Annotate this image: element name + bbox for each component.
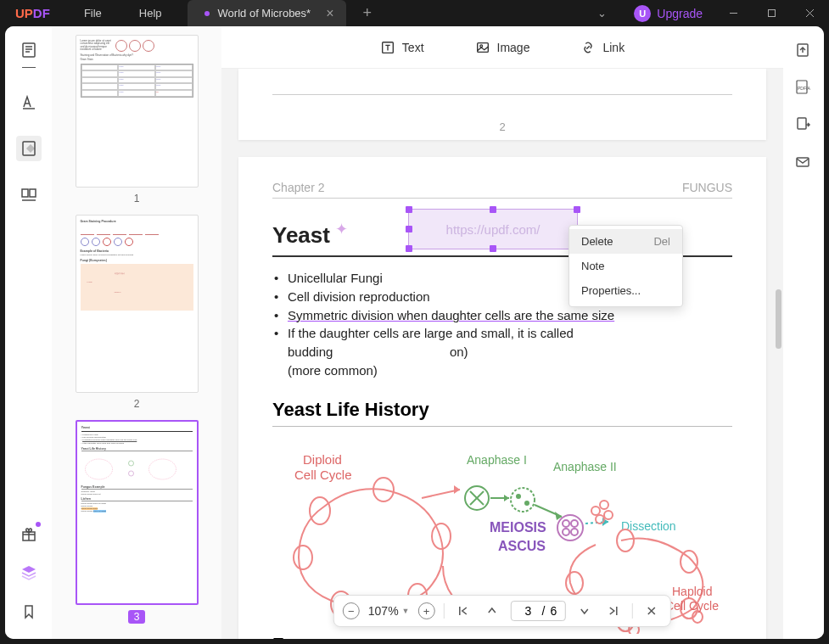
- zoom-level-display[interactable]: 107%▼: [368, 604, 410, 618]
- tab-title: World of Microbes*: [218, 7, 311, 20]
- app-logo: UPDF: [0, 6, 65, 20]
- svg-point-55: [600, 501, 608, 509]
- context-menu-note[interactable]: Note: [569, 254, 682, 278]
- current-page-field[interactable]: [520, 604, 537, 618]
- vertical-scrollbar[interactable]: [776, 289, 781, 349]
- shortcut-label: Del: [653, 235, 670, 248]
- resize-handle-icon[interactable]: [490, 245, 496, 252]
- page-scroll-area[interactable]: 2 Chapter 2 FUNGUS Yeast ✦ https://updf.…: [221, 69, 783, 639]
- page-number-input[interactable]: / 6: [511, 601, 567, 621]
- new-tab-button[interactable]: +: [346, 4, 389, 22]
- zoom-in-button[interactable]: +: [418, 602, 435, 619]
- resize-handle-icon[interactable]: [406, 245, 412, 252]
- previous-page-tail: 2: [238, 69, 766, 140]
- resize-handle-icon[interactable]: [406, 226, 412, 232]
- svg-point-54: [591, 507, 600, 515]
- page-footer-number: 2: [272, 120, 732, 133]
- close-bar-button[interactable]: [641, 601, 662, 621]
- menu-file[interactable]: File: [65, 7, 120, 20]
- prev-page-button[interactable]: [482, 601, 502, 621]
- export-icon[interactable]: [794, 42, 813, 60]
- thumbnail-page-2[interactable]: Gram Staining Procedure Example of Bacte…: [76, 215, 199, 393]
- pdfa-icon[interactable]: PDF/A: [794, 79, 813, 98]
- layers-icon[interactable]: [19, 563, 39, 583]
- zoom-out-button[interactable]: −: [343, 602, 360, 619]
- app-body: Lorem ipsum dolor sit amet consectetur a…: [5, 26, 824, 639]
- edit-link-label: Link: [602, 41, 625, 54]
- upgrade-badge-icon: U: [634, 5, 651, 22]
- resize-handle-icon[interactable]: [574, 206, 580, 213]
- page-chapter: Chapter 2: [272, 181, 324, 194]
- svg-text:Haploid: Haploid: [672, 585, 712, 598]
- page-topic: FUNGUS: [682, 181, 732, 194]
- window-maximize-button[interactable]: [753, 0, 791, 26]
- organize-icon[interactable]: [19, 185, 39, 205]
- svg-text:Cell Cycle: Cell Cycle: [665, 599, 719, 613]
- upgrade-button[interactable]: U Upgrade: [622, 5, 714, 22]
- svg-marker-33: [454, 485, 460, 494]
- svg-rect-4: [23, 43, 35, 57]
- window-close-button[interactable]: [791, 0, 829, 26]
- heading-yeast: Yeast: [272, 222, 330, 249]
- svg-point-47: [563, 520, 569, 527]
- svg-point-41: [524, 501, 529, 506]
- last-page-button[interactable]: [603, 601, 624, 621]
- next-page-button[interactable]: [574, 601, 595, 621]
- annotate-icon[interactable]: [19, 92, 39, 112]
- svg-point-65: [566, 572, 583, 594]
- bookmark-icon[interactable]: [19, 602, 39, 622]
- svg-text:MEIOSIS: MEIOSIS: [490, 520, 546, 535]
- thumbnail-page-1[interactable]: Lorem ipsum dolor sit amet consectetur a…: [76, 35, 199, 188]
- resize-handle-icon[interactable]: [406, 206, 412, 213]
- document-tab[interactable]: World of Microbes* ×: [188, 0, 346, 26]
- context-menu: Delete Del Note Properties...: [569, 225, 683, 307]
- list-item: If the daughter cells are large and smal…: [272, 324, 732, 379]
- upgrade-label: Upgrade: [657, 7, 703, 20]
- svg-point-26: [294, 546, 312, 569]
- context-menu-delete[interactable]: Delete Del: [569, 229, 682, 254]
- left-toolbar: [5, 26, 52, 639]
- gift-icon[interactable]: [19, 524, 39, 544]
- share-email-icon[interactable]: [794, 154, 813, 172]
- svg-text:PDF/A: PDF/A: [798, 86, 810, 91]
- svg-rect-79: [798, 118, 806, 129]
- thumbnail-number: 3: [128, 610, 146, 624]
- main-viewport: Text Image Link 2 Chapter 2 FUNGUS: [221, 26, 783, 639]
- titlebar: UPDF File Help World of Microbes* × + ⌄ …: [0, 0, 829, 26]
- svg-point-56: [604, 511, 613, 519]
- context-menu-properties[interactable]: Properties...: [569, 278, 682, 303]
- list-item: Symmetric division when daughter cells a…: [272, 306, 732, 325]
- reader-mode-icon[interactable]: [19, 40, 39, 60]
- edit-text-button[interactable]: Text: [380, 40, 424, 55]
- edit-link-button[interactable]: Link: [580, 40, 625, 55]
- edit-text-label: Text: [402, 41, 424, 54]
- page-navigation-bar: − 107%▼ + / 6: [333, 595, 671, 627]
- thumbnail-number: 2: [134, 398, 140, 410]
- svg-point-49: [563, 529, 569, 535]
- svg-text:ASCUS: ASCUS: [498, 539, 546, 553]
- svg-rect-80: [797, 158, 809, 166]
- window-minimize-button[interactable]: [714, 0, 753, 26]
- total-pages: 6: [550, 604, 557, 618]
- save-as-icon[interactable]: [794, 116, 813, 135]
- selected-annotation-box[interactable]: https://updf.com/: [408, 209, 578, 249]
- first-page-button[interactable]: [453, 601, 473, 621]
- document-page: Chapter 2 FUNGUS Yeast ✦ https://updf.co…: [238, 157, 766, 639]
- svg-point-24: [479, 44, 482, 47]
- menu-help[interactable]: Help: [120, 7, 181, 20]
- svg-point-19: [128, 471, 133, 476]
- edit-mode-icon[interactable]: [16, 136, 42, 161]
- svg-rect-10: [22, 189, 28, 197]
- svg-text:Diploid: Diploid: [303, 452, 342, 467]
- resize-handle-icon[interactable]: [490, 206, 496, 213]
- svg-point-18: [128, 461, 133, 466]
- tab-close-icon[interactable]: ×: [326, 6, 333, 21]
- svg-point-17: [148, 459, 176, 479]
- svg-rect-1: [769, 10, 776, 17]
- svg-point-16: [85, 459, 112, 479]
- svg-marker-42: [504, 495, 509, 501]
- edit-image-button[interactable]: Image: [475, 40, 530, 55]
- svg-point-50: [571, 529, 578, 535]
- titlebar-dropdown-icon[interactable]: ⌄: [582, 7, 622, 20]
- thumbnail-page-3[interactable]: Yeast • Unicellular Fungi• Cell division…: [76, 420, 199, 605]
